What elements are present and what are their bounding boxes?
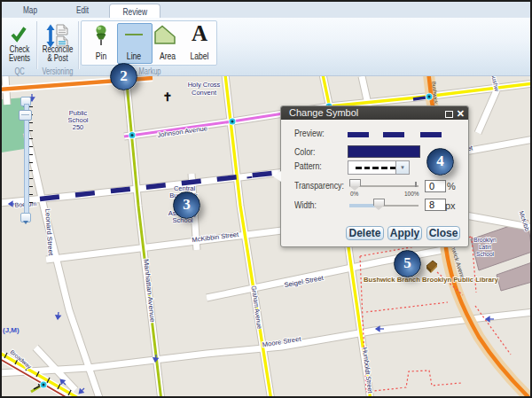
svg-text:✝: ✝ <box>163 90 173 104</box>
svg-text:(J,M): (J,M) <box>3 326 20 334</box>
svg-text:Holy Cross: Holy Cross <box>188 81 221 89</box>
svg-text:Convent: Convent <box>192 89 217 97</box>
svg-text:Leonard Street: Leonard Street <box>43 208 55 256</box>
svg-text:250: 250 <box>73 123 84 131</box>
svg-text:School: School <box>476 251 494 257</box>
svg-text:Manhattan Avenue: Manhattan Avenue <box>142 258 156 323</box>
svg-text:Latin: Latin <box>479 244 491 250</box>
svg-text:Brooklyn: Brooklyn <box>473 237 497 244</box>
svg-text:Bushwick Branch Brooklyn Publi: Bushwick Branch Brooklyn Public Library <box>364 276 498 284</box>
svg-text:Graham Avenue: Graham Avenue <box>250 285 264 330</box>
